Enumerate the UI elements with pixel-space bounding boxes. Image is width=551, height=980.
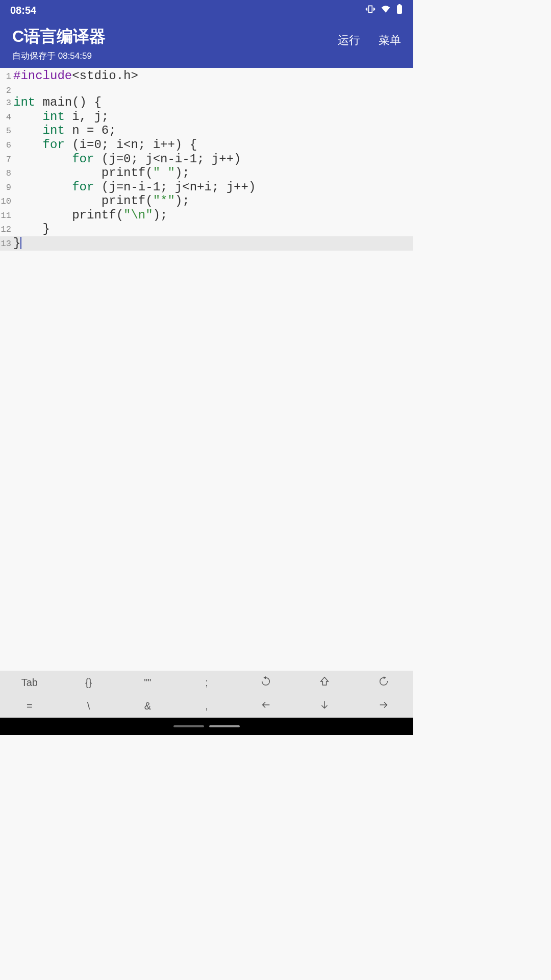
code-line[interactable]: 3int main() { [0,95,413,110]
arrow-down-icon [319,699,330,713]
vibrate-icon [365,4,375,17]
line-number: 11 [0,208,11,223]
code-line[interactable]: 6 for (i=0; i<n; i++) { [0,138,413,152]
line-number: 6 [0,138,11,152]
line-code[interactable] [13,83,413,96]
line-code[interactable]: int main() { [13,95,413,110]
svg-rect-1 [398,4,400,6]
line-code[interactable]: } [13,222,413,236]
code-line[interactable]: 11 printf("\n"); [0,208,413,223]
line-number: 12 [0,222,11,236]
code-line[interactable]: 7 for (j=0; j<n-i-1; j++) [0,152,413,166]
symbol-key-[interactable]: , [177,694,236,718]
code-line[interactable]: 10 printf("*"); [0,194,413,208]
status-icons [365,4,403,17]
code-editor[interactable]: 1#include<stdio.h>23int main() {4 int i,… [0,68,413,671]
symbol-key-[interactable]: ; [177,671,236,694]
app-title: C语言编译器 [12,26,106,48]
redo-icon [378,676,389,690]
line-number: 5 [0,124,11,138]
line-number: 9 [0,180,11,194]
code-line[interactable]: 1#include<stdio.h> [0,69,413,83]
line-code[interactable]: #include<stdio.h> [13,69,413,83]
nav-handle[interactable] [173,725,204,727]
menu-button[interactable]: 菜单 [379,33,401,48]
undo-icon [260,676,271,690]
code-line[interactable]: 13} [0,236,413,251]
symbol-key-[interactable]: "" [118,671,177,694]
code-line[interactable]: 12 } [0,222,413,236]
redo-icon-key[interactable] [354,671,413,694]
arrow-left-icon [260,699,271,713]
line-code[interactable]: printf("\n"); [13,208,413,223]
app-bar: C语言编译器 自动保存于 08:54:59 运行 菜单 [0,20,413,68]
undo-icon-key[interactable] [236,671,295,694]
nav-bar [0,718,413,735]
line-code[interactable]: int i, j; [13,110,413,124]
line-number: 2 [0,83,11,96]
line-code[interactable]: printf(" "); [13,166,413,180]
symbol-key-Tab[interactable]: Tab [0,671,59,694]
symbol-toolbar: Tab{}""; =\&, [0,671,413,718]
symbol-key-[interactable]: & [118,694,177,718]
line-code[interactable]: for (i=0; i<n; i++) { [13,138,413,152]
line-code[interactable]: printf("*"); [13,194,413,208]
line-code[interactable]: } [13,236,413,251]
arrow-right-icon [378,699,389,713]
nav-handle[interactable] [209,725,240,727]
line-code[interactable]: for (j=0; j<n-i-1; j++) [13,152,413,166]
symbol-key-[interactable]: = [0,694,59,718]
code-line[interactable]: 5 int n = 6; [0,124,413,138]
battery-icon [396,4,403,17]
line-number: 10 [0,194,11,208]
arrow-down-icon-key[interactable] [295,694,355,718]
line-number: 7 [0,152,11,166]
line-number: 8 [0,166,11,180]
shift-up-icon [319,676,330,690]
text-cursor [20,237,21,249]
status-bar: 08:54 [0,0,413,20]
shift-up-icon-key[interactable] [295,671,355,694]
line-code[interactable]: for (j=n-i-1; j<n+i; j++) [13,180,413,194]
symbol-key-[interactable]: {} [59,671,118,694]
run-button[interactable]: 运行 [338,33,360,48]
line-number: 4 [0,110,11,124]
line-number: 3 [0,95,11,110]
line-number: 1 [0,69,11,83]
status-time: 08:54 [10,5,36,16]
line-number: 13 [0,236,11,251]
autosave-status: 自动保存于 08:54:59 [12,50,106,62]
symbol-key-[interactable]: \ [59,694,118,718]
wifi-icon [381,4,391,17]
code-line[interactable]: 2 [0,83,413,96]
line-code[interactable]: int n = 6; [13,124,413,138]
arrow-left-icon-key[interactable] [236,694,295,718]
code-line[interactable]: 9 for (j=n-i-1; j<n+i; j++) [0,180,413,194]
svg-rect-0 [397,5,402,14]
arrow-right-icon-key[interactable] [354,694,413,718]
code-line[interactable]: 8 printf(" "); [0,166,413,180]
code-line[interactable]: 4 int i, j; [0,110,413,124]
